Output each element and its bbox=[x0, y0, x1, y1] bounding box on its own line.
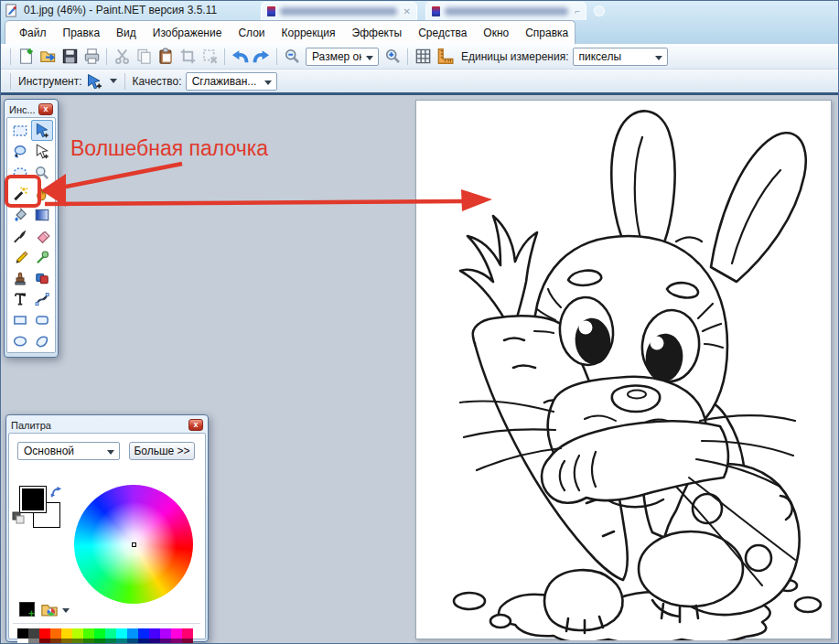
palette-swatch[interactable] bbox=[17, 639, 28, 644]
tool-lasso-select[interactable] bbox=[9, 141, 31, 162]
palette-swatch[interactable] bbox=[105, 639, 116, 644]
zoom-in-button[interactable] bbox=[382, 46, 403, 68]
tools-window-titlebar[interactable]: Инс... x bbox=[6, 102, 56, 117]
paste-button[interactable] bbox=[155, 46, 177, 68]
palette-swatch[interactable] bbox=[116, 628, 127, 639]
menu-item[interactable]: Правка bbox=[55, 23, 109, 43]
image-canvas[interactable] bbox=[415, 100, 832, 639]
tool-text[interactable] bbox=[9, 288, 31, 309]
palette-swatch[interactable] bbox=[149, 639, 160, 644]
print-button[interactable] bbox=[81, 46, 102, 68]
palette-swatch[interactable] bbox=[127, 628, 138, 639]
palette-swatch[interactable] bbox=[149, 628, 160, 639]
mini-swatches-icon[interactable] bbox=[12, 511, 27, 526]
background-tab-blurred-1[interactable]: ✕ bbox=[261, 2, 417, 20]
palette-swatch[interactable] bbox=[28, 639, 39, 644]
tool-paintbrush[interactable] bbox=[9, 225, 31, 246]
palette-swatch[interactable] bbox=[160, 639, 171, 644]
menu-item[interactable]: Слои bbox=[230, 23, 273, 43]
tool-color-picker[interactable] bbox=[31, 246, 53, 267]
palettes-folder-icon[interactable] bbox=[40, 601, 59, 618]
palettes-dropdown-caret[interactable] bbox=[62, 608, 70, 613]
rulers-toggle-button[interactable] bbox=[434, 46, 456, 68]
palette-swatch[interactable] bbox=[72, 639, 83, 644]
tool-freeform-shape[interactable] bbox=[31, 330, 53, 351]
palette-swatch[interactable] bbox=[39, 628, 50, 639]
palette-swatch[interactable] bbox=[116, 639, 127, 644]
menu-item[interactable]: Коррекция bbox=[274, 23, 344, 43]
palette-swatch[interactable] bbox=[50, 628, 61, 639]
menu-item[interactable]: Вид bbox=[108, 23, 145, 43]
palette-swatch[interactable] bbox=[182, 639, 193, 644]
tool-move-selection[interactable] bbox=[31, 141, 53, 162]
palette-swatch[interactable] bbox=[94, 628, 105, 639]
menu-item[interactable]: Файл bbox=[11, 23, 55, 43]
swap-colors-icon[interactable] bbox=[49, 486, 63, 499]
tools-window[interactable]: Инс... x bbox=[4, 99, 59, 358]
tab-close-icon[interactable]: ✕ bbox=[403, 6, 411, 16]
title-bar[interactable]: 01.jpg (46%) - Paint.NET версия 3.5.11 ✕… bbox=[1, 1, 839, 20]
color-wheel[interactable] bbox=[74, 485, 193, 604]
tool-ellipse[interactable] bbox=[9, 330, 31, 351]
redo-button[interactable] bbox=[251, 46, 273, 68]
new-tab-button[interactable] bbox=[594, 5, 605, 16]
palette-swatch[interactable] bbox=[17, 628, 28, 639]
palette-swatch[interactable] bbox=[105, 628, 116, 639]
open-file-button[interactable] bbox=[37, 46, 59, 68]
deselect-button-disabled[interactable] bbox=[199, 46, 221, 68]
undo-button[interactable] bbox=[229, 46, 251, 68]
background-tab-blurred-2[interactable]: ⌐ bbox=[425, 2, 586, 20]
palette-swatch[interactable] bbox=[182, 628, 193, 639]
toolbar-separator bbox=[10, 73, 11, 90]
quality-combobox[interactable]: Сглаживан... bbox=[186, 72, 277, 91]
primary-color-swatch[interactable] bbox=[19, 486, 47, 513]
tool-move-selected-pixels[interactable] bbox=[31, 120, 53, 141]
tool-pencil[interactable] bbox=[9, 246, 31, 267]
palette-swatch[interactable] bbox=[138, 628, 149, 639]
save-button[interactable] bbox=[59, 46, 81, 68]
tool-line-curve[interactable] bbox=[31, 288, 53, 309]
menu-item[interactable]: Окно bbox=[475, 23, 517, 43]
units-combobox[interactable]: пикселы bbox=[573, 48, 668, 66]
palette-window-titlebar[interactable]: Палитра x bbox=[8, 417, 206, 433]
palette-swatch[interactable] bbox=[50, 639, 61, 644]
palette-window[interactable]: Палитра x Основной Больше >> bbox=[5, 414, 209, 642]
palette-swatch[interactable] bbox=[171, 628, 182, 639]
cut-button-disabled[interactable] bbox=[111, 46, 133, 68]
palette-swatch[interactable] bbox=[39, 639, 50, 644]
palette-swatch[interactable] bbox=[83, 639, 94, 644]
tool-rectangle-select[interactable] bbox=[9, 120, 31, 141]
tool-recolor[interactable] bbox=[31, 267, 53, 288]
palette-swatch[interactable] bbox=[171, 639, 182, 644]
new-file-button[interactable] bbox=[15, 46, 37, 68]
palette-swatch[interactable] bbox=[61, 639, 72, 644]
menu-item[interactable]: Средства bbox=[410, 23, 475, 43]
palette-swatch[interactable] bbox=[138, 639, 149, 644]
tools-window-close-button[interactable]: x bbox=[38, 103, 53, 115]
crop-button-disabled[interactable] bbox=[177, 46, 199, 68]
palette-swatch[interactable] bbox=[94, 639, 105, 644]
menu-item[interactable]: Справка bbox=[517, 23, 576, 43]
zoom-out-button[interactable] bbox=[281, 46, 303, 68]
tool-clone-stamp[interactable] bbox=[9, 267, 31, 288]
palette-swatch[interactable] bbox=[83, 628, 94, 639]
tab-close-icon[interactable]: ⌐ bbox=[575, 6, 580, 16]
menu-item[interactable]: Изображение bbox=[145, 23, 231, 43]
tool-dropdown-caret[interactable] bbox=[110, 79, 117, 83]
palette-window-close-button[interactable]: x bbox=[188, 419, 203, 431]
palette-swatch[interactable] bbox=[72, 628, 83, 639]
menu-item[interactable]: Эффекты bbox=[344, 23, 411, 43]
palette-more-button[interactable]: Больше >> bbox=[129, 442, 195, 460]
palette-swatch[interactable] bbox=[127, 639, 138, 644]
palette-swatch[interactable] bbox=[160, 628, 171, 639]
grid-toggle-button[interactable] bbox=[412, 46, 434, 68]
tool-rectangle[interactable] bbox=[9, 309, 31, 330]
palette-swatch[interactable] bbox=[61, 628, 72, 639]
zoom-mode-combobox[interactable]: Размер ок bbox=[306, 48, 379, 66]
palette-swatch[interactable] bbox=[28, 628, 39, 639]
copy-button-disabled[interactable] bbox=[133, 46, 155, 68]
current-tool-move-icon[interactable] bbox=[86, 73, 104, 90]
palette-type-combobox[interactable]: Основной bbox=[17, 442, 120, 460]
tool-eraser[interactable] bbox=[31, 225, 53, 246]
tool-rounded-rectangle[interactable] bbox=[31, 309, 53, 330]
